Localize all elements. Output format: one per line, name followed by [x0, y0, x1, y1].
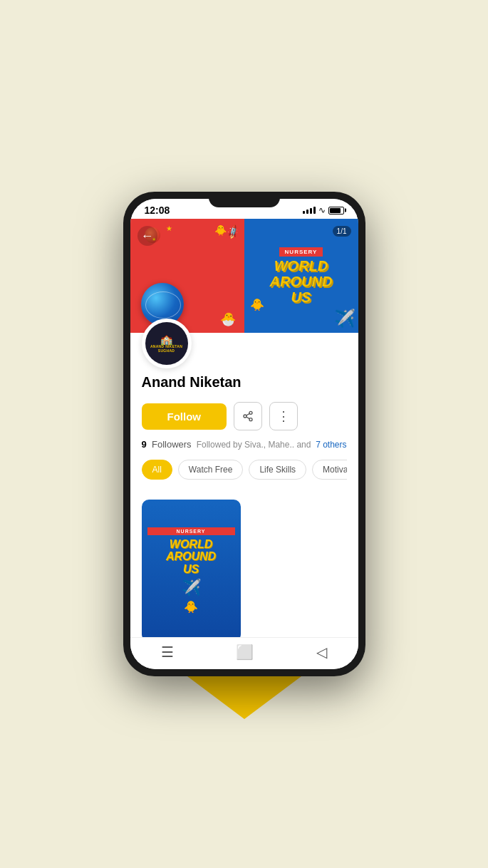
nursery-tag: NURSERY: [279, 247, 323, 257]
others-link[interactable]: 7 others: [316, 440, 346, 450]
status-icons: ∿: [303, 205, 344, 215]
tab-watch-free[interactable]: Watch Free: [178, 460, 244, 480]
follow-button[interactable]: Follow: [142, 403, 227, 430]
profile-name: Anand Niketan: [142, 374, 347, 391]
wifi-icon: ∿: [318, 205, 326, 215]
page-counter: 1/1: [333, 226, 351, 237]
followers-count: 9 Followers: [142, 439, 192, 450]
followed-by-text: Followed by Siva., Mahe.. and 7 others: [197, 440, 347, 450]
card-nursery-tag: NURSERY: [147, 527, 235, 535]
tab-all[interactable]: All: [142, 460, 172, 480]
battery-icon: [328, 207, 344, 215]
svg-line-3: [246, 417, 250, 419]
hero-banner: ★ ★ 🚀 🐣 🐥 NURSERY WORLD ARO: [130, 219, 358, 333]
video-card[interactable]: NURSERY WORLD AROUND US ✈️ 🐥: [142, 500, 241, 637]
back-button[interactable]: ←: [137, 226, 157, 246]
chick-icon: 🐣: [220, 311, 236, 327]
card-airplane-icon: ✈️: [182, 579, 201, 597]
phone-screen: 12:08 ∿ ★: [130, 199, 358, 669]
school-logo: 🏫: [160, 334, 172, 344]
phone-device: 12:08 ∿ ★: [123, 192, 365, 676]
nav-back-button[interactable]: ◁: [316, 644, 327, 661]
star-icon: ★: [166, 224, 172, 232]
card-chick-icon: 🐥: [184, 600, 198, 614]
nav-menu-button[interactable]: ☰: [161, 644, 174, 661]
avatar-wrap: 🏫 ANAND NIKETAN SUGHAD: [142, 319, 192, 368]
tab-motivational-speakers[interactable]: Motivational Speakers: [312, 460, 346, 480]
avatar-school-name: ANAND NIKETAN SUGHAD: [150, 344, 182, 353]
more-options-button[interactable]: ⋮: [269, 402, 298, 430]
avatar: 🏫 ANAND NIKETAN SUGHAD: [142, 319, 192, 368]
tab-life-skills[interactable]: Life Skills: [249, 460, 306, 480]
signal-icon: [303, 207, 316, 214]
content-grid: NURSERY WORLD AROUND US ✈️ 🐥: [130, 500, 358, 637]
followers-row: 9 Followers Followed by Siva., Mahe.. an…: [142, 439, 347, 450]
chick-icon-2: 🐥: [214, 224, 227, 236]
action-buttons: Follow ⋮: [142, 402, 347, 430]
share-icon: [242, 410, 254, 422]
card-title: WORLD AROUND US: [166, 538, 216, 576]
status-time: 12:08: [145, 205, 170, 216]
nav-home-button[interactable]: ⬜: [236, 644, 254, 661]
profile-section: 🏫 ANAND NIKETAN SUGHAD Anand Niketan Fol…: [130, 333, 358, 500]
svg-line-4: [246, 413, 250, 415]
airplane-icon: ✈️: [334, 309, 355, 328]
filter-tabs: All Watch Free Life Skills Motivational …: [142, 460, 347, 481]
rocket-icon: 🚀: [224, 224, 241, 239]
phone-notch: [209, 192, 280, 207]
bottom-nav: ☰ ⬜ ◁: [130, 637, 358, 669]
hero-title: WORLD AROUND US: [270, 258, 333, 305]
chick-icon-3: 🐥: [250, 298, 264, 311]
content-area[interactable]: ★ ★ 🚀 🐣 🐥 NURSERY WORLD ARO: [130, 219, 358, 637]
share-button[interactable]: [234, 402, 262, 430]
